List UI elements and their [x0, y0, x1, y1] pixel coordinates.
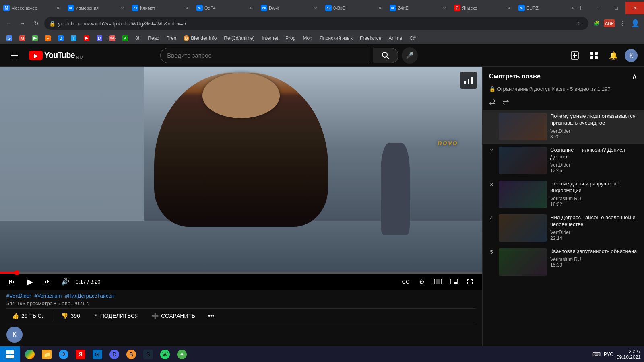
bookmark-freelance[interactable]: Freelance	[357, 33, 384, 43]
start-button[interactable]	[0, 346, 20, 362]
language-indicator[interactable]: РУС	[604, 352, 613, 357]
more-actions-button[interactable]: •••	[202, 310, 220, 321]
volume-button[interactable]: 🔊	[58, 274, 72, 289]
video-tag-2[interactable]: #Veritasium	[34, 293, 62, 299]
skip-back-button[interactable]: ⏮	[5, 274, 19, 289]
browser-tab-9[interactable]: вк EURZ ✕	[515, 2, 574, 14]
keyboard-icon[interactable]: ⌨	[592, 351, 601, 358]
close-button[interactable]: ✕	[625, 2, 644, 14]
channel-avatar[interactable]: К	[6, 327, 23, 343]
playlist-item-3[interactable]: 3 Чёрные дыры и разрушение информации Ve…	[483, 177, 644, 211]
fullscreen-button[interactable]	[463, 274, 477, 289]
maximize-button[interactable]: □	[607, 2, 625, 14]
tab-close-4[interactable]: ✕	[248, 5, 254, 11]
refresh-button[interactable]: ↻	[31, 18, 42, 29]
playlist-item-5[interactable]: 5 Квантовая запутанность объяснена Verit…	[483, 245, 644, 279]
bookmark-csharp[interactable]: C#	[407, 33, 419, 43]
browser-tab-4[interactable]: вк QdF4 ✕	[193, 2, 258, 14]
video-tag-1[interactable]: #VertDider	[6, 293, 31, 299]
sidebar-shuffle-button[interactable]: ⇌	[502, 97, 509, 107]
tab-close-3[interactable]: ✕	[184, 5, 190, 11]
forward-button[interactable]: →	[17, 18, 28, 29]
bookmark-internet[interactable]: Internet	[258, 33, 281, 43]
video-progress-bar[interactable]	[0, 272, 482, 274]
bookmark-star-icon[interactable]: ☆	[574, 19, 584, 28]
bookmark-m[interactable]: M	[16, 33, 28, 43]
sidebar-collapse-button[interactable]: ∧	[632, 72, 638, 81]
bookmark-play[interactable]: ▶	[29, 33, 41, 43]
playlist-item-4[interactable]: 4 Нил Деграсс Тайсон о вселенной и челов…	[483, 211, 644, 245]
browser-tab-6[interactable]: вк 0-ВкО ✕	[322, 2, 386, 14]
bookmark-twitter[interactable]: T	[68, 33, 80, 43]
like-button[interactable]: 👍 29 ТЫС.	[6, 310, 49, 321]
bookmark-discord[interactable]: D	[93, 33, 105, 43]
bookmark-japanese[interactable]: Японский язык	[316, 33, 356, 43]
sidebar-loop-button[interactable]: ⇄	[489, 97, 496, 107]
youtube-search-button[interactable]	[373, 48, 398, 63]
youtube-search-box[interactable]	[160, 48, 369, 63]
youtube-apps-button[interactable]	[586, 47, 602, 64]
bookmark-read[interactable]: Read	[144, 33, 163, 43]
tab-close-5[interactable]: ✕	[312, 5, 319, 11]
youtube-avatar[interactable]: К	[625, 49, 638, 62]
skip-forward-button[interactable]: ⏭	[40, 274, 55, 289]
taskbar-chrome-icon[interactable]	[22, 346, 38, 362]
bookmark-yt[interactable]: ▶	[80, 33, 93, 43]
video-tag-3[interactable]: #НилДеграссТайсон	[65, 293, 114, 299]
browser-tab-3[interactable]: вк Климат ✕	[129, 2, 193, 14]
youtube-create-button[interactable]	[567, 47, 583, 64]
browser-tab-5[interactable]: вк Dw-k ✕	[258, 2, 322, 14]
dislike-button[interactable]: 👎 396	[56, 310, 85, 321]
bookmark-mon[interactable]: Mon	[299, 33, 315, 43]
extensions-button[interactable]: 🧩	[591, 18, 602, 29]
video-frame[interactable]: novo	[0, 67, 482, 272]
taskbar-discord-icon[interactable]: D	[106, 346, 122, 362]
taskbar-whatsapp-icon[interactable]: W	[157, 346, 173, 362]
subtitles-button[interactable]: CC	[398, 274, 413, 289]
bookmark-8h[interactable]: 8h	[132, 33, 144, 43]
youtube-notifications-button[interactable]: 🔔	[605, 47, 621, 64]
settings-video-button[interactable]: ⚙	[415, 274, 429, 289]
taskbar-yandex-icon[interactable]: Я	[72, 346, 89, 362]
bookmark-kaspersky[interactable]: K	[119, 33, 131, 43]
back-button[interactable]: ←	[3, 18, 14, 29]
browser-tab-1[interactable]: M Мессенджер ✕	[0, 2, 64, 14]
taskbar-telegram-icon[interactable]: ✈	[56, 346, 72, 362]
tab-close-2[interactable]: ✕	[119, 5, 126, 11]
browser-tab-7[interactable]: вк Z4rtE ✕	[386, 2, 451, 14]
bookmark-blender[interactable]: B Blender info	[180, 33, 220, 43]
save-button[interactable]: ➕ СОХРАНИТЬ	[146, 310, 201, 321]
share-button[interactable]: ↗ ПОДЕЛИТЬСЯ	[87, 310, 144, 321]
youtube-search-input[interactable]	[167, 52, 363, 59]
video-stats-overlay-button[interactable]	[460, 72, 477, 89]
taskbar-app-icon[interactable]: S	[140, 346, 156, 362]
tab-close-6[interactable]: ✕	[377, 5, 383, 11]
playlist-item-2[interactable]: 2 Сознание — иллюзия? Дэниел Деннет Vert…	[483, 144, 644, 177]
bookmark-anime[interactable]: Anime	[385, 33, 405, 43]
tab-close-9[interactable]: ✕	[570, 5, 574, 11]
user-avatar-header[interactable]: 👤	[630, 18, 641, 29]
browser-tab-8[interactable]: Я Яндекс ✕	[451, 2, 515, 14]
minimize-button[interactable]: ─	[588, 2, 607, 14]
bookmark-vk1[interactable]: В	[55, 33, 67, 43]
tab-close-7[interactable]: ✕	[441, 5, 448, 11]
theater-mode-button[interactable]	[431, 274, 445, 289]
taskbar-mail-icon[interactable]: ✉	[89, 346, 105, 362]
bookmark-tren[interactable]: Tren	[163, 33, 180, 43]
youtube-mic-button[interactable]: 🎤	[402, 47, 418, 64]
new-tab-button[interactable]: +	[574, 2, 587, 14]
miniplayer-button[interactable]	[447, 274, 461, 289]
playlist-item-1[interactable]: Почему умные люди отказываются признават…	[483, 110, 644, 144]
address-bar[interactable]: 🔒 youtube.com/watch?v=JpXcrIcJWUg&list=W…	[44, 17, 588, 30]
youtube-menu-button[interactable]	[6, 47, 23, 64]
play-button[interactable]: ▶	[23, 274, 37, 289]
bookmark-g[interactable]: G	[3, 33, 15, 43]
adblock-icon[interactable]: ABP	[604, 19, 615, 27]
bookmark-prog[interactable]: Prog	[282, 33, 299, 43]
tab-close-1[interactable]: ✕	[55, 5, 61, 11]
bookmark-ref[interactable]: Ref(3d/anime)	[221, 33, 258, 43]
settings-button[interactable]: ⋮	[617, 18, 628, 29]
taskbar-green-app-icon[interactable]: e	[174, 346, 190, 362]
bookmark-dns[interactable]: DNS	[106, 33, 118, 43]
tab-close-8[interactable]: ✕	[506, 5, 512, 11]
